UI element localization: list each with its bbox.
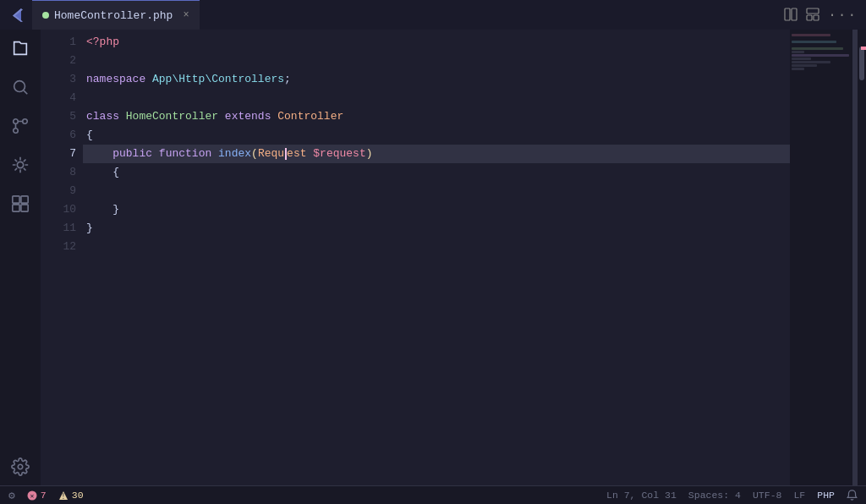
svg-rect-13: [13, 205, 19, 211]
layout-icon[interactable]: [806, 8, 819, 21]
status-bar: ⚙ ✕ 7 ! 30 Ln 7, Col 31 Spaces: 4 UTF-8 …: [0, 485, 866, 504]
code-line: }: [83, 200, 790, 219]
editor-scrollbar[interactable]: [858, 30, 866, 485]
code-line: }: [83, 219, 790, 238]
app-icon: [8, 7, 25, 24]
error-icon: ✕: [27, 490, 37, 501]
status-settings[interactable]: ⚙: [8, 489, 15, 502]
titlebar: HomeController.php × ···: [0, 0, 866, 30]
line-number: 10: [41, 200, 76, 219]
line-number: 12: [41, 238, 76, 256]
code-line: [83, 238, 790, 256]
line-number: 3: [41, 70, 76, 89]
code-line: {: [83, 163, 790, 182]
svg-rect-2: [807, 8, 819, 14]
settings-icon: ⚙: [8, 489, 15, 502]
status-spaces[interactable]: Spaces: 4: [688, 490, 741, 501]
line-number: 7: [41, 145, 76, 163]
line-number: 6: [41, 126, 76, 145]
code-content[interactable]: <?phpnamespace App\Http\Controllers;clas…: [83, 30, 790, 485]
activity-icon-extensions[interactable]: [8, 192, 32, 216]
line-numbers: 123456789101112: [41, 30, 83, 485]
split-editor-icon[interactable]: [784, 8, 797, 21]
svg-text:✕: ✕: [30, 492, 34, 500]
activity-icon-settings[interactable]: [8, 455, 32, 479]
svg-point-15: [18, 464, 23, 469]
minimap: [790, 30, 858, 485]
code-line: [83, 182, 790, 200]
status-warnings[interactable]: ! 30: [58, 490, 84, 501]
tab-modified-dot: [42, 12, 49, 19]
warning-count: 30: [72, 490, 84, 501]
activity-icon-files[interactable]: [8, 36, 32, 60]
code-line: namespace App\Http\Controllers;: [83, 70, 790, 89]
code-line: {: [83, 126, 790, 145]
code-line: public function index(Request $request): [83, 145, 790, 163]
more-actions-icon[interactable]: ···: [828, 8, 858, 23]
main-layout: 123456789101112 <?phpnamespace App\Http\…: [0, 30, 866, 485]
minimap-content: [790, 30, 858, 74]
svg-point-9: [14, 119, 19, 124]
status-cursor-pos[interactable]: Ln 7, Col 31: [606, 490, 677, 501]
code-line: <?php: [83, 33, 790, 52]
titlebar-actions: ···: [784, 8, 858, 23]
activity-icon-source-control[interactable]: [8, 114, 32, 138]
svg-rect-14: [21, 205, 28, 211]
status-language[interactable]: PHP: [817, 490, 835, 501]
editor-tab[interactable]: HomeController.php ×: [32, 0, 200, 30]
status-errors[interactable]: ✕ 7: [27, 490, 47, 501]
svg-point-10: [17, 162, 23, 167]
status-notification-bell[interactable]: [847, 490, 858, 501]
code-line: [83, 89, 790, 107]
line-number: 2: [41, 52, 76, 70]
line-number: 9: [41, 182, 76, 200]
svg-point-7: [14, 129, 19, 134]
svg-line-6: [24, 90, 27, 94]
line-number: 5: [41, 107, 76, 126]
scrollbar-thumb[interactable]: [859, 47, 864, 80]
status-right: Ln 7, Col 31 Spaces: 4 UTF-8 LF PHP: [606, 490, 858, 501]
error-count: 7: [41, 490, 47, 501]
editor-area: 123456789101112 <?phpnamespace App\Http\…: [41, 30, 866, 485]
code-line: [83, 52, 790, 70]
line-number: 1: [41, 33, 76, 52]
warning-icon: !: [58, 490, 69, 501]
svg-rect-12: [21, 196, 28, 203]
svg-point-8: [23, 119, 28, 124]
activity-icon-debug[interactable]: [8, 153, 32, 177]
line-number: 11: [41, 219, 76, 238]
code-editor[interactable]: 123456789101112 <?phpnamespace App\Http\…: [41, 30, 866, 485]
svg-rect-0: [785, 8, 790, 20]
svg-rect-3: [807, 15, 812, 20]
svg-rect-11: [13, 196, 19, 203]
activity-bar: [0, 30, 41, 485]
status-encoding[interactable]: UTF-8: [753, 490, 782, 501]
svg-rect-4: [814, 15, 819, 20]
line-number: 8: [41, 163, 76, 182]
activity-icon-search[interactable]: [8, 75, 32, 99]
svg-rect-1: [792, 8, 797, 20]
scrollbar-error-marker: [861, 47, 866, 50]
svg-point-5: [14, 81, 25, 92]
svg-text:!: !: [61, 493, 65, 501]
tab-close-button[interactable]: ×: [183, 9, 189, 21]
status-line-ending[interactable]: LF: [793, 490, 805, 501]
bell-icon: [847, 490, 858, 501]
code-line: class HomeController extends Controller: [83, 107, 790, 126]
line-number: 4: [41, 89, 76, 107]
tab-filename: HomeController.php: [54, 9, 173, 22]
